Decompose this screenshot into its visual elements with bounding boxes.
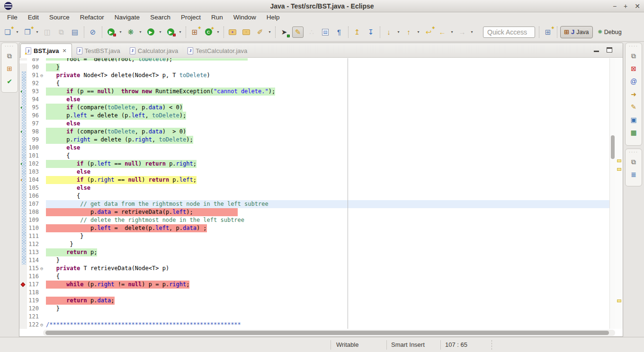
last-edit-location-occurrence-button[interactable]: ➤ — [278, 26, 290, 38]
code-text[interactable]: /***************************************… — [46, 321, 241, 329]
code-text[interactable]: return p; — [46, 248, 97, 256]
debug-perspective-button[interactable]: ❋Debug — [595, 26, 625, 38]
code-text[interactable]: p.data = retrieveData(p.left); — [46, 208, 238, 216]
horizontal-scrollbar-thumb[interactable] — [45, 331, 609, 335]
menu-search[interactable]: Search — [145, 12, 176, 23]
run-button[interactable]: ▶ — [145, 26, 156, 38]
code-text[interactable]: } — [46, 232, 83, 240]
forward-dropdown-icon[interactable]: ▾ — [469, 30, 475, 34]
code-text[interactable]: if (p == null) throw new RuntimeExceptio… — [46, 88, 275, 96]
outline-icon[interactable]: ≣ — [628, 170, 639, 179]
horizontal-scrollbar[interactable] — [43, 330, 615, 336]
next-annotation-button[interactable]: ↓ — [383, 26, 394, 38]
download-button[interactable]: ↧ — [365, 26, 376, 38]
console-icon[interactable]: ▣ — [628, 115, 639, 124]
code-text[interactable]: while (p.right != null) p = p.right; — [46, 281, 189, 289]
code-text[interactable]: if (p.left == null) return p.right; — [46, 160, 197, 168]
show-whitespace-characters-button[interactable]: ¶ — [333, 26, 345, 38]
code-text[interactable]: } — [46, 240, 73, 248]
run-external-tools-dropdown-icon[interactable]: ▾ — [177, 30, 183, 34]
restore-view-icon[interactable]: ⧉ — [628, 157, 639, 167]
annotation-mark-icon[interactable] — [617, 299, 621, 302]
previous-annotation-button[interactable]: ↑ — [403, 26, 414, 38]
run-external-tools-button[interactable]: ▶ — [165, 26, 176, 38]
vertical-scrollbar-thumb[interactable] — [611, 135, 615, 159]
menu-source[interactable]: Source — [44, 12, 75, 23]
new-java-wizard-dropdown-icon[interactable]: ▾ — [34, 30, 40, 34]
menu-run[interactable]: Run — [206, 12, 228, 23]
menu-file[interactable]: File — [2, 12, 23, 23]
next-annotation-dropdown-icon[interactable]: ▾ — [395, 30, 402, 34]
code-text[interactable]: { — [46, 192, 80, 200]
menu-help[interactable]: Help — [261, 12, 285, 23]
code-text[interactable]: if (p.right == null) return p.left; — [46, 176, 197, 184]
minimize-editor-icon[interactable] — [594, 51, 599, 52]
code-text[interactable]: private Node<T> delete(Node<T> p, T toDe… — [46, 71, 210, 79]
skip-all-breakpoints-button[interactable]: ⊘ — [87, 26, 98, 38]
search-button[interactable]: ✐ — [254, 26, 266, 38]
restore-view-icon[interactable]: ⧉ — [4, 51, 15, 61]
restore-view-icon[interactable]: ⧉ — [628, 51, 639, 61]
code-text[interactable]: root = delete(root, toDelete); — [46, 58, 248, 61]
code-text[interactable]: else — [46, 184, 90, 192]
java-perspective-button[interactable]: ⊞JJava — [560, 26, 593, 38]
code-text[interactable]: private T retrieveData(Node<T> p) — [46, 264, 169, 273]
annotation-mark-icon[interactable] — [617, 168, 621, 171]
code-text[interactable]: { — [46, 273, 60, 281]
problems-icon[interactable]: ⊠ — [628, 64, 639, 73]
declaration-icon[interactable]: ➜ — [628, 89, 639, 99]
new-wizard-button[interactable]: ❏✦ — [2, 26, 13, 38]
code-text[interactable]: p.left = delete (p.left, toDelete); — [46, 112, 186, 120]
upload-button[interactable]: ↥ — [351, 26, 363, 38]
close-window-icon[interactable]: ✕ — [635, 0, 640, 12]
coverage-dropdown-icon[interactable]: ▾ — [117, 30, 124, 34]
last-edit-location-button[interactable]: ↩✦ — [423, 26, 434, 38]
debug-button[interactable]: ❋ — [125, 26, 136, 38]
dock-drag-handle[interactable]: ···· — [629, 150, 638, 154]
junit-icon[interactable]: ✔ — [4, 77, 15, 86]
menu-project[interactable]: Project — [176, 12, 206, 23]
run-dropdown-icon[interactable]: ▾ — [157, 30, 163, 34]
coverage-button[interactable]: ▶ — [105, 26, 116, 38]
menu-edit[interactable]: Edit — [23, 12, 44, 23]
collapse-icon[interactable]: ⊖ — [40, 264, 43, 273]
code-text[interactable]: p.right = delete (p.right, toDelete); — [46, 136, 193, 144]
menu-navigate[interactable]: Navigate — [109, 12, 145, 23]
tab-testcalculator-java[interactable]: JTestCalculator.java — [183, 44, 252, 57]
code-text[interactable]: else — [46, 144, 80, 152]
new-java-class-dropdown-icon[interactable]: ▾ — [215, 30, 221, 34]
toggle-mark-occurrences-button[interactable]: ✎ — [292, 26, 304, 38]
tab-bst-java[interactable]: J▲BST.java✕ — [20, 44, 72, 58]
code-text[interactable]: } — [46, 305, 60, 313]
close-tab-icon[interactable]: ✕ — [62, 48, 66, 54]
code-text[interactable]: { — [46, 79, 60, 88]
previous-annotation-dropdown-icon[interactable]: ▾ — [415, 30, 421, 34]
open-perspective-button[interactable]: ⊞✦ — [542, 26, 554, 38]
open-type-button[interactable]: ● — [227, 26, 238, 38]
code-text[interactable]: else — [46, 168, 90, 176]
maximize-window-icon[interactable]: + — [624, 0, 627, 12]
code-text[interactable]: // delete the rightmost node in the left… — [46, 216, 244, 224]
debug-dropdown-icon[interactable]: ▾ — [137, 30, 143, 34]
collapse-icon[interactable]: ⊖ — [40, 71, 43, 79]
new-wizard-dropdown-icon[interactable]: ▾ — [14, 30, 20, 34]
maximize-editor-icon[interactable] — [607, 47, 612, 53]
code-text[interactable]: p.left = delete(p.left, p.data) ; — [46, 224, 207, 232]
code-text[interactable]: return p.data; — [46, 297, 115, 305]
tab-testbst-java[interactable]: JTestBST.java — [72, 44, 125, 57]
minimize-window-icon[interactable]: − — [613, 0, 617, 12]
search-dropdown-icon[interactable]: ▾ — [267, 30, 273, 34]
code-text[interactable]: } — [46, 256, 60, 264]
print-button[interactable]: ▤ — [69, 26, 80, 38]
code-text[interactable]: // get data from the rightmost node in t… — [46, 200, 609, 208]
code-text[interactable]: else — [46, 96, 80, 104]
code-text[interactable]: if (compare(toDelete, p.data) < 0) — [46, 104, 183, 112]
show-source-of-selected-element-button[interactable]: ▤ — [320, 26, 331, 38]
code-text[interactable]: if (compare(toDelete, p.data) > 0) — [46, 128, 186, 136]
back-dropdown-icon[interactable]: ▾ — [449, 30, 455, 34]
collapse-icon[interactable]: ⊖ — [40, 321, 43, 329]
open-resource-button[interactable]: ▫ — [241, 26, 252, 38]
dock-drag-handle[interactable]: ···· — [629, 44, 638, 48]
vertical-scrollbar[interactable] — [609, 58, 615, 329]
annotation-mark-icon[interactable] — [617, 159, 621, 162]
